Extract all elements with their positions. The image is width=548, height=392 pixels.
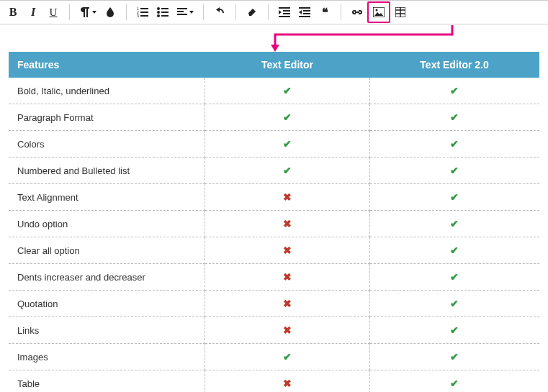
cross-icon: ✖: [205, 370, 369, 393]
svg-rect-11: [161, 15, 169, 17]
svg-rect-1: [140, 12, 148, 13]
bold-icon: B: [9, 6, 17, 19]
table-row: Numbered and Bulleted list✔✔: [9, 158, 539, 184]
feature-label: Images: [9, 344, 205, 370]
check-icon: ✔: [369, 344, 539, 370]
table-row: Clear all option✖✔: [9, 237, 539, 264]
italic-icon: I: [31, 6, 35, 19]
cross-icon: ✖: [205, 237, 369, 264]
check-icon: ✔: [369, 317, 539, 344]
table-row: Table✖✔: [9, 370, 539, 393]
undo-button[interactable]: [210, 3, 230, 22]
paragraph-format-button[interactable]: [76, 3, 100, 22]
table-row: Links✖✔: [9, 317, 539, 344]
check-icon: ✔: [205, 78, 369, 104]
quote-button[interactable]: ❝: [315, 3, 335, 22]
editor-toolbar: B I U 123: [0, 0, 548, 24]
svg-rect-20: [303, 10, 310, 12]
image-button-highlight: [367, 1, 390, 23]
check-icon: ✔: [369, 158, 539, 184]
header-features: Features: [9, 52, 205, 78]
header-editor-2: Text Editor 2.0: [369, 52, 539, 78]
check-icon: ✔: [369, 184, 539, 211]
paragraph-icon: [80, 7, 90, 17]
svg-rect-18: [279, 16, 290, 17]
svg-point-8: [157, 14, 160, 17]
unordered-list-icon: [157, 7, 169, 17]
svg-rect-9: [161, 8, 169, 9]
feature-label: Paragraph Format: [9, 104, 205, 131]
check-icon: ✔: [369, 78, 539, 104]
svg-rect-14: [177, 14, 187, 15]
table-row: Colors✔✔: [9, 131, 539, 158]
cross-icon: ✖: [205, 264, 369, 291]
svg-rect-2: [140, 15, 148, 17]
table-button[interactable]: [390, 3, 410, 22]
check-icon: ✔: [205, 158, 369, 184]
chevron-down-icon: [189, 11, 194, 14]
bold-button[interactable]: B: [3, 3, 23, 22]
feature-label: Clear all option: [9, 237, 205, 264]
align-button[interactable]: [173, 3, 197, 22]
feature-label: Text Alignment: [9, 184, 205, 211]
italic-button[interactable]: I: [23, 3, 43, 22]
colors-button[interactable]: [100, 3, 120, 22]
svg-rect-17: [283, 13, 290, 14]
svg-rect-16: [283, 10, 290, 12]
svg-rect-21: [303, 13, 310, 14]
chevron-down-icon: [92, 11, 96, 14]
toolbar-separator: [203, 4, 204, 20]
svg-rect-13: [177, 11, 184, 12]
ordered-list-icon: 123: [137, 7, 148, 17]
table-row: Paragraph Format✔✔: [9, 104, 539, 131]
align-left-icon: [177, 8, 187, 17]
toolbar-separator: [126, 4, 127, 20]
feature-label: Quotation: [9, 291, 205, 317]
header-editor-1: Text Editor: [205, 52, 369, 78]
link-button[interactable]: [347, 3, 367, 22]
feature-label: Undo option: [9, 211, 205, 237]
svg-rect-15: [279, 7, 290, 9]
image-button[interactable]: [369, 3, 389, 22]
svg-point-6: [157, 7, 160, 10]
numbered-list-button[interactable]: 123: [132, 3, 153, 22]
cross-icon: ✖: [205, 211, 369, 237]
cross-icon: ✖: [205, 291, 369, 317]
quote-icon: ❝: [322, 6, 328, 19]
outdent-icon: [299, 7, 310, 17]
table-row: Quotation✖✔: [9, 291, 539, 317]
table-icon: [395, 7, 405, 17]
indent-button[interactable]: [274, 3, 295, 22]
tint-icon: [105, 7, 115, 17]
cross-icon: ✖: [205, 184, 369, 211]
svg-rect-10: [161, 12, 169, 13]
check-icon: ✔: [369, 104, 539, 131]
svg-rect-19: [299, 7, 310, 9]
table-row: Images✔✔: [9, 344, 539, 370]
bulleted-list-button[interactable]: [153, 3, 173, 22]
link-icon: [351, 7, 363, 17]
table-row: Text Alignment✖✔: [9, 184, 539, 211]
check-icon: ✔: [369, 370, 539, 393]
toolbar-separator: [268, 4, 269, 20]
annotation-arrow: [0, 24, 548, 52]
svg-rect-22: [299, 16, 310, 17]
toolbar-separator: [341, 4, 341, 20]
toolbar-separator: [69, 4, 70, 20]
underline-button[interactable]: U: [43, 3, 63, 22]
feature-label: Links: [9, 317, 205, 344]
check-icon: ✔: [369, 131, 539, 158]
check-icon: ✔: [369, 237, 539, 264]
cross-icon: ✖: [205, 317, 369, 344]
svg-point-24: [376, 9, 378, 12]
check-icon: ✔: [205, 131, 369, 158]
outdent-button[interactable]: [295, 3, 315, 22]
table-row: Bold, Italic, underlined✔✔: [9, 78, 539, 104]
svg-rect-12: [177, 8, 187, 9]
table-row: Dents increaser and decreaser✖✔: [9, 264, 539, 291]
underline-icon: U: [50, 6, 58, 19]
table-row: Undo option✖✔: [9, 211, 539, 237]
feature-label: Numbered and Bulleted list: [9, 158, 205, 184]
clear-format-button[interactable]: [242, 3, 262, 22]
svg-text:3: 3: [137, 14, 139, 17]
